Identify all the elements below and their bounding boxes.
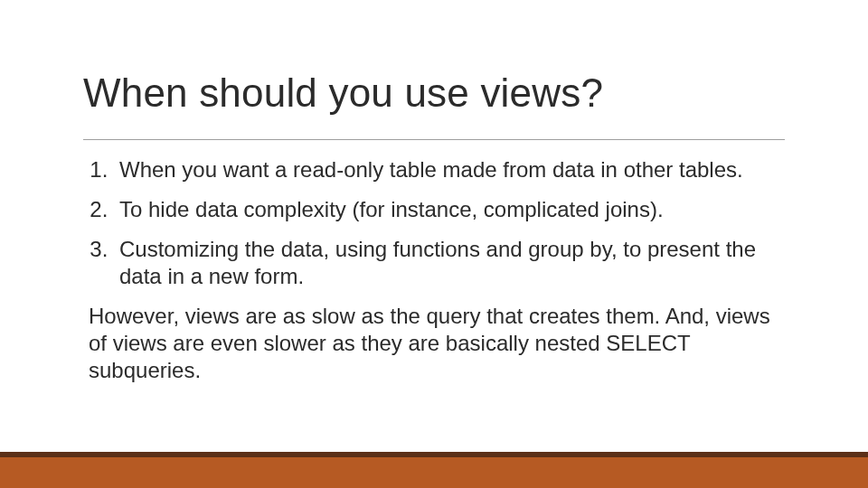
slide-title: When should you use views? bbox=[83, 70, 785, 123]
list-item: Customizing the data, using functions an… bbox=[114, 236, 785, 290]
bottom-accent-band bbox=[0, 457, 868, 488]
slide-note: However, views are as slow as the query … bbox=[83, 303, 785, 384]
title-underline: When should you use views? bbox=[83, 70, 785, 140]
slide: When should you use views? When you want… bbox=[0, 0, 868, 488]
list-item: To hide data complexity (for instance, c… bbox=[114, 196, 785, 223]
numbered-list: When you want a read-only table made fro… bbox=[83, 156, 785, 290]
list-item: When you want a read-only table made fro… bbox=[114, 156, 785, 183]
slide-content: When should you use views? When you want… bbox=[83, 70, 785, 384]
